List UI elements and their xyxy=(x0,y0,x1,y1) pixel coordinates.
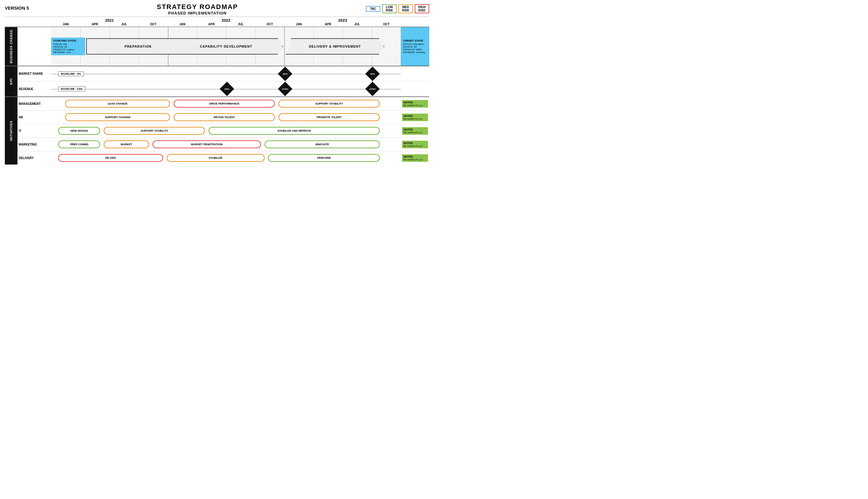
bar-retain-talent: RETAIN TALENT xyxy=(174,113,275,121)
page: VERSION 5 STRATEGY ROADMAP PHASED IMPLEM… xyxy=(0,0,434,250)
kpi-revenue-track: BASELINE : £3m £5m £10m xyxy=(51,81,401,96)
initiatives-section-label: INITIATIVES xyxy=(5,97,17,165)
kpi-rev-diamond-5m-text: £5m xyxy=(224,88,229,90)
init-it-label: IT xyxy=(17,129,51,133)
init-management-notes: NOTES Be careful of x y z xyxy=(401,99,429,108)
init-hr-label: HR xyxy=(17,116,51,119)
vgrid-8 xyxy=(284,27,285,66)
year-2023: 2023 JAN APR JUL OCT xyxy=(284,18,401,26)
notes-marketing: NOTES Be careful of x y z xyxy=(402,141,428,148)
init-management-track: LEAD CHANGE DRIVE PERFORMANCE SUPPORT ST… xyxy=(51,97,401,110)
init-marketing-track: PREP COMMS MARKET MARKET PENETRATION INN… xyxy=(51,138,401,151)
init-it-notes: NOTES Be careful of x y z xyxy=(401,126,429,135)
kpi-rev-diamond-5m: £5m xyxy=(222,84,232,94)
kpi-market-share-row: MARKET SHARE BASELINE : 4% 20% xyxy=(17,66,429,81)
kpi-market-share-label: MARKET SHARE xyxy=(17,72,51,75)
legend-med: MEDRISK xyxy=(399,4,413,13)
legend-high: HIGHRISK xyxy=(415,4,429,13)
init-management-label: MANAGEMENT xyxy=(17,102,51,106)
kpi-ms-diamond-20: 20% xyxy=(280,69,290,79)
notes-marketing-title: NOTES xyxy=(404,142,427,145)
init-delivery-row: DELIVERY RE-ORG STABILIZE PERFORM NOTES … xyxy=(17,151,429,165)
init-hr-row: HR SUPPORT CHANGE RETAIN TALENT PROMOTE … xyxy=(17,111,429,124)
month-jul-2022: JUL xyxy=(226,23,255,26)
init-delivery-track: RE-ORG STABILIZE PERFORM xyxy=(51,151,401,165)
main-content: BUSINESS CHANGE STARTING STATE xyxy=(5,26,429,165)
month-apr-2023: APR xyxy=(314,23,343,26)
starting-state-content: FOCUS: OldPEOPLE: 25PRODUCT: LegacyREVEN… xyxy=(53,43,83,54)
notes-delivery: NOTES Be careful of x y z xyxy=(402,154,428,162)
initiatives-section: INITIATIVES MANAGEMENT LEAD CHANGE DRIVE… xyxy=(5,97,429,165)
month-jul-2023: JUL xyxy=(343,23,372,26)
month-jan-2021: JAN xyxy=(51,23,81,26)
bar-promote-talent: PROMOTE TALENT xyxy=(279,113,380,121)
target-state-box: TARGET STATE FOCUS: InnovationPEOPLE: 50… xyxy=(401,27,429,66)
notes-it-title: NOTES xyxy=(404,128,427,131)
month-jan-2023: JAN xyxy=(284,23,314,26)
biz-track: STARTING STATE FOCUS: OldPEOPLE: 25PRODU… xyxy=(51,27,401,66)
bar-reorg: RE-ORG xyxy=(58,154,163,162)
kpi-rev-baseline: BASELINE : £3m xyxy=(58,86,85,91)
year-label-2022: 2022 xyxy=(222,18,231,23)
bar-stabilize: STABILIZE xyxy=(167,154,265,162)
kpi-revenue-row: REVENUE BASELINE : £3m £5m £10m xyxy=(17,81,429,96)
kpi-revenue-label: REVENUE xyxy=(17,87,51,91)
month-oct-2021: OCT xyxy=(139,23,168,26)
bar-support-stability-mgmt: SUPPORT STABILITY xyxy=(279,100,380,108)
header-divider xyxy=(5,16,429,17)
month-oct-2023: OCT xyxy=(371,23,401,26)
kpi-rev-diamond-15m: £15m xyxy=(367,84,378,94)
phase-capability: CAPABILITY DEVELOPMENT xyxy=(169,38,283,54)
notes-delivery-title: NOTES xyxy=(404,155,427,158)
title-block: STRATEGY ROADMAP PHASED IMPLEMENTATION xyxy=(29,3,366,15)
init-it-track: NEW DESIGN SUPPORT STABILITY STABILIZE A… xyxy=(51,124,401,137)
month-oct-2022: OCT xyxy=(255,23,284,26)
kpi-rev-diamond-10m-text: £10m xyxy=(282,88,288,90)
notes-management-text: Be careful of x y z xyxy=(404,104,427,107)
bar-support-stability-it: SUPPORT STABILITY xyxy=(104,127,205,135)
year-2022: 2022 JAN APR JUL OCT xyxy=(168,18,284,26)
init-delivery-notes: NOTES Be careful of x y z xyxy=(401,154,429,162)
init-hr-notes: NOTES Be careful of x y z xyxy=(401,113,429,122)
kpi-section-label: KPI xyxy=(5,66,17,96)
legend: TBC LOWRISK MEDRISK HIGHRISK xyxy=(366,4,429,13)
init-management-row: MANAGEMENT LEAD CHANGE DRIVE PERFORMANCE… xyxy=(17,97,429,111)
kpi-ms-baseline: BASELINE : 4% xyxy=(58,71,84,76)
notes-management-title: NOTES xyxy=(404,101,427,104)
kpi-rev-diamond-10m: £10m xyxy=(280,84,290,94)
biz-row-label-spacer xyxy=(17,27,51,66)
target-state-title: TARGET STATE xyxy=(403,39,427,42)
bar-lead-change: LEAD CHANGE xyxy=(65,100,170,108)
notes-marketing-text: Be careful of x y z xyxy=(404,145,427,147)
bar-market-penetration: MARKET PENETRATION xyxy=(152,141,261,148)
init-marketing-notes: NOTES Be careful of x y z xyxy=(401,140,429,149)
kpi-content: MARKET SHARE BASELINE : 4% 20% xyxy=(17,66,429,96)
month-apr-2022: APR xyxy=(197,23,226,26)
kpi-section: KPI MARKET SHARE BASELINE : 4% 20% xyxy=(5,66,429,97)
notes-it: NOTES Be careful of x y z xyxy=(402,127,428,135)
notes-hr-text: Be careful of x y z xyxy=(404,118,427,120)
bar-drive-performance: DRIVE PERFORMANCE xyxy=(174,100,275,108)
notes-hr-title: NOTES xyxy=(404,114,427,118)
months-2021: JAN APR JUL OCT xyxy=(51,23,168,26)
bar-market: MARKET xyxy=(104,141,149,148)
starting-state-title: STARTING STATE xyxy=(53,39,83,42)
kpi-ms-hline xyxy=(51,74,401,74)
notes-management: NOTES Be careful of x y z xyxy=(402,100,428,108)
phase-delivery: DELIVERY & IMPROVEMENT xyxy=(285,38,384,54)
kpi-ms-diamond-40-text: 40% xyxy=(370,72,375,75)
year-label-2021: 2021 xyxy=(105,18,114,23)
header: VERSION 5 STRATEGY ROADMAP PHASED IMPLEM… xyxy=(5,3,429,15)
year-label-2023: 2023 xyxy=(338,18,347,23)
initiatives-content: MANAGEMENT LEAD CHANGE DRIVE PERFORMANCE… xyxy=(17,97,429,165)
version-label: VERSION 5 xyxy=(5,5,29,11)
bar-new-design: NEW DESIGN xyxy=(58,127,100,135)
subtitle: PHASED IMPLEMENTATION xyxy=(29,11,366,15)
notes-hr: NOTES Be careful of x y z xyxy=(402,113,428,121)
starting-state-box: STARTING STATE FOCUS: OldPEOPLE: 25PRODU… xyxy=(51,38,85,55)
notes-it-text: Be careful of x y z xyxy=(404,131,427,134)
bar-innovate: INNOVATE xyxy=(265,141,380,148)
biz-section-label: BUSINESS CHANGE xyxy=(5,27,17,66)
kpi-ms-diamond-40: 40% xyxy=(367,69,378,79)
bar-stabilize-improve: STABILIZE AND IMPROVE xyxy=(209,127,380,135)
